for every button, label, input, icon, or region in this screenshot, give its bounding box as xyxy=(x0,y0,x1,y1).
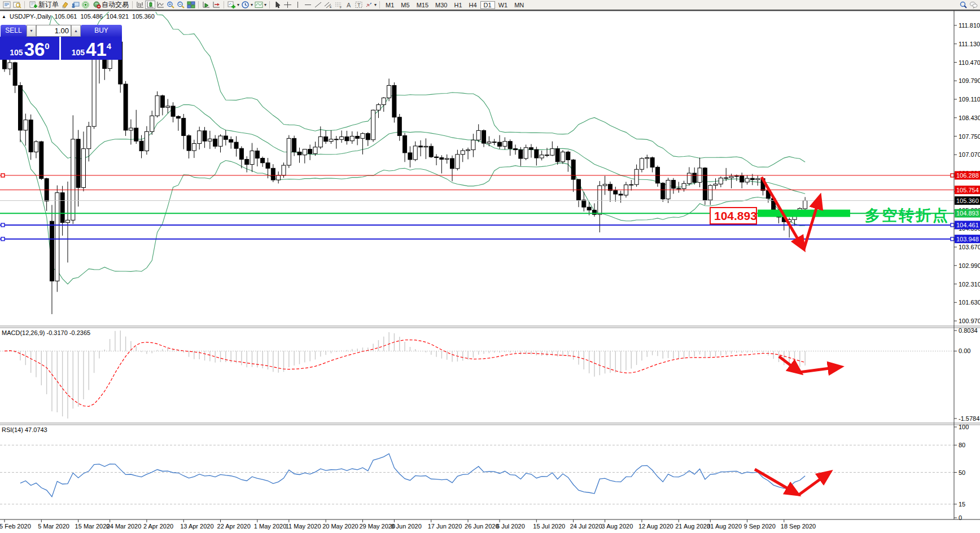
timeframe-d1[interactable]: D1 xyxy=(480,1,495,9)
toolbar-separator xyxy=(224,1,224,8)
new-chart-icon[interactable] xyxy=(226,1,237,9)
time-axis-label: 21 Aug 2020 xyxy=(675,523,710,530)
chart-shift-icon[interactable] xyxy=(211,1,221,9)
buy-price-display[interactable]: 105 41 4 xyxy=(61,37,122,60)
svg-text:0.00: 0.00 xyxy=(959,347,970,354)
timeframe-h1[interactable]: H1 xyxy=(450,1,465,9)
time-axis-label: 6 Jul 2020 xyxy=(496,523,525,530)
equidistant-channel-tool-icon[interactable]: E xyxy=(323,1,333,9)
time-axis-label: 25 Feb 2020 xyxy=(0,523,31,530)
vertical-line-tool-icon[interactable] xyxy=(292,1,303,9)
new-order-button[interactable]: 新订单 xyxy=(27,0,60,10)
quote-high: 105.486 xyxy=(80,13,103,20)
trendline-tool-icon[interactable] xyxy=(313,1,323,9)
svg-text:109.790: 109.790 xyxy=(959,77,980,84)
buy-price-pips: 41 xyxy=(86,41,107,58)
svg-text:15: 15 xyxy=(959,501,965,508)
bar-chart-mode-icon[interactable] xyxy=(135,1,145,9)
chart-canvas[interactable]: 111.810111.130110.470109.790109.110108.4… xyxy=(0,0,980,533)
svg-text:101.630: 101.630 xyxy=(959,299,980,306)
text-tool-icon[interactable]: A xyxy=(343,1,353,9)
sell-price-display[interactable]: 105 36 0 xyxy=(0,37,61,60)
buy-price-point: 4 xyxy=(107,41,111,51)
time-axis-label: 12 Aug 2020 xyxy=(638,523,673,530)
signals-icon[interactable] xyxy=(80,1,90,9)
fibonacci-tool-icon[interactable]: F xyxy=(333,1,343,9)
svg-text:106.288: 106.288 xyxy=(956,172,979,179)
auto-scroll-icon[interactable] xyxy=(201,1,211,9)
turning-point-highlight-bar xyxy=(758,210,850,217)
svg-text:0.8034: 0.8034 xyxy=(959,327,978,334)
buy-button[interactable]: BUY xyxy=(81,25,122,37)
time-axis-label: 1 May 2020 xyxy=(254,523,286,530)
zoom-out-icon[interactable] xyxy=(176,1,186,9)
time-axis-label: 15 Mar 2020 xyxy=(75,523,110,530)
line-chart-mode-icon[interactable] xyxy=(155,1,165,9)
timeframe-m1[interactable]: M1 xyxy=(382,1,397,9)
symbol-period-label: USDJPY-,Daily xyxy=(10,13,51,20)
svg-text:109.110: 109.110 xyxy=(959,96,980,103)
time-axis-label: 5 Mar 2020 xyxy=(38,523,69,530)
periods-dropdown-icon[interactable]: ▾ xyxy=(251,2,253,7)
line-handle xyxy=(951,237,954,241)
timeframe-h4[interactable]: H4 xyxy=(466,1,480,9)
svg-text:E: E xyxy=(330,5,332,8)
sell-price-prefix: 105 xyxy=(10,48,23,57)
timeframe-m30[interactable]: M30 xyxy=(432,1,450,9)
svg-text:103.948: 103.948 xyxy=(956,236,979,243)
search-icon[interactable] xyxy=(958,1,968,9)
quote-open: 105.061 xyxy=(55,13,77,20)
toolbar-separator xyxy=(198,1,199,8)
svg-text:107.750: 107.750 xyxy=(959,133,980,140)
cursor-tool-icon[interactable] xyxy=(272,1,282,9)
metaeditor-icon[interactable] xyxy=(60,1,70,9)
time-axis-label: 26 Jun 2020 xyxy=(465,523,499,530)
new-order-label: 新订单 xyxy=(38,0,59,10)
market-watch-icon[interactable] xyxy=(2,1,12,9)
timeframe-m15[interactable]: M15 xyxy=(413,1,432,9)
line-handle xyxy=(1,237,5,241)
svg-text:A: A xyxy=(347,2,351,8)
svg-text:111.130: 111.130 xyxy=(959,41,980,47)
horizontal-line-tool-icon[interactable] xyxy=(303,1,313,9)
rsi-pane-label: RSI(14) 47.0743 xyxy=(2,426,47,433)
svg-text:100.970: 100.970 xyxy=(959,318,980,324)
sell-button[interactable]: SELL xyxy=(1,25,27,37)
volume-decrease-button[interactable]: ▼ xyxy=(27,25,36,37)
svg-text:80: 80 xyxy=(959,442,965,448)
svg-text:105.754: 105.754 xyxy=(956,187,979,193)
timeframe-w1[interactable]: W1 xyxy=(495,1,511,9)
volume-increase-button[interactable]: ▲ xyxy=(71,25,81,37)
data-window-icon[interactable] xyxy=(12,1,22,9)
templates-dropdown-icon[interactable]: ▾ xyxy=(264,2,266,7)
time-axis-label: 15 Jul 2020 xyxy=(533,523,565,530)
svg-text:104.893: 104.893 xyxy=(956,210,979,217)
new-chart-dropdown-icon[interactable]: ▾ xyxy=(237,2,239,7)
toolbar-separator xyxy=(269,1,270,8)
candlestick-chart-mode-icon[interactable] xyxy=(145,1,155,9)
price-label-text: 104.893 xyxy=(714,209,757,222)
rsi-title: RSI(14) xyxy=(2,426,23,433)
svg-text:102.310: 102.310 xyxy=(959,281,980,288)
templates-icon[interactable] xyxy=(253,1,264,9)
chat-icon[interactable] xyxy=(968,1,978,9)
svg-text:0: 0 xyxy=(959,514,962,521)
shapes-dropdown-icon[interactable]: ▾ xyxy=(374,2,377,7)
quote-bar: ▲ USDJPY-,Daily 105.061 105.486 104.921 … xyxy=(2,13,156,20)
turning-point-text: 多空转折点 xyxy=(865,207,950,224)
autotrading-button[interactable]: 自动交易 xyxy=(90,0,130,10)
zoom-in-icon[interactable] xyxy=(165,1,176,9)
time-axis-label: 20 May 2020 xyxy=(322,523,358,530)
timeframe-mn[interactable]: MN xyxy=(511,1,527,9)
time-axis-label: 31 Aug 2020 xyxy=(707,523,742,530)
volume-input[interactable] xyxy=(36,25,71,37)
svg-text:111.810: 111.810 xyxy=(959,22,980,29)
shapes-tool-icon[interactable] xyxy=(364,1,374,9)
tile-windows-icon[interactable] xyxy=(186,1,196,9)
strategy-tester-icon[interactable] xyxy=(70,1,80,9)
autotrading-label: 自动交易 xyxy=(102,0,129,10)
timeframe-m5[interactable]: M5 xyxy=(397,1,413,9)
periods-clock-icon[interactable] xyxy=(240,1,250,9)
crosshair-tool-icon[interactable] xyxy=(282,1,292,9)
text-label-tool-icon[interactable]: T xyxy=(353,1,364,9)
